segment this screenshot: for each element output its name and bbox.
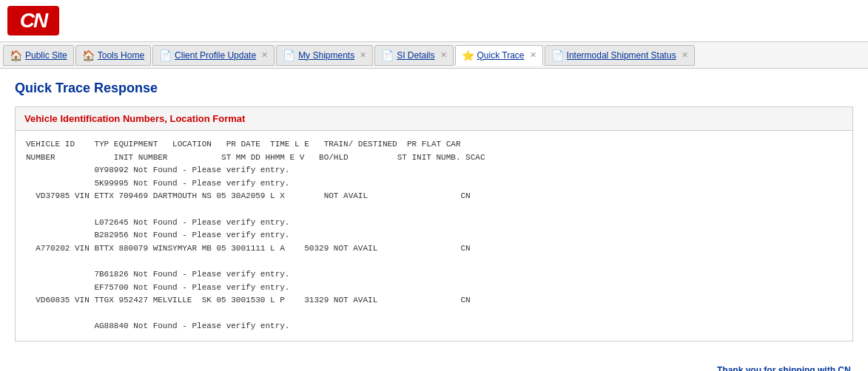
close-my-shipments-icon[interactable]: ✕	[360, 50, 366, 60]
tab-intermodal-label: Intermodal Shipment Status	[567, 50, 676, 61]
tab-client-profile-label: Client Profile Update	[175, 50, 256, 61]
tab-intermodal[interactable]: 📄 Intermodal Shipment Status ✕	[545, 45, 695, 66]
tab-my-shipments-label: My Shipments	[298, 50, 354, 61]
si-details-icon: 📄	[381, 50, 394, 61]
tab-quick-trace-label: Quick Trace	[477, 50, 525, 61]
logo-text: CN	[20, 9, 47, 33]
footer: Thank you for shipping with CN. For imme…	[0, 361, 868, 371]
close-intermodal-icon[interactable]: ✕	[682, 50, 688, 60]
cn-logo: CN	[7, 6, 59, 35]
response-box-body: VEHICLE ID TYP EQUIPMENT LOCATION PR DAT…	[16, 131, 852, 341]
tab-si-details[interactable]: 📄 SI Details ✕	[374, 45, 453, 66]
header: CN	[0, 0, 868, 42]
home-icon: 🏠	[10, 50, 22, 61]
tab-public-site-label: Public Site	[25, 50, 67, 61]
tab-si-details-label: SI Details	[397, 50, 434, 61]
intermodal-icon: 📄	[551, 50, 564, 61]
table-header: VEHICLE ID TYP EQUIPMENT LOCATION PR DAT…	[26, 138, 842, 164]
close-client-profile-icon[interactable]: ✕	[261, 50, 268, 60]
my-shipments-icon: 📄	[283, 50, 295, 61]
response-box-header: Vehicle Identification Numbers, Location…	[16, 107, 852, 131]
main-content: Quick Trace Response Vehicle Identificat…	[0, 69, 868, 353]
client-profile-icon: 📄	[159, 50, 172, 61]
response-box: Vehicle Identification Numbers, Location…	[15, 106, 853, 341]
table-data: 0Y98992 Not Found - Please verify entry.…	[26, 164, 842, 333]
tab-quick-trace[interactable]: ⭐ Quick Trace ✕	[455, 45, 543, 66]
tab-tools-home-label: Tools Home	[98, 50, 144, 61]
close-si-details-icon[interactable]: ✕	[440, 50, 447, 60]
thank-you-text: Thank you for shipping with CN.	[15, 365, 853, 371]
page-title: Quick Trace Response	[15, 81, 853, 96]
response-box-header-text: Vehicle Identification Numbers, Location…	[24, 113, 245, 124]
tab-my-shipments[interactable]: 📄 My Shipments ✕	[276, 45, 373, 66]
close-quick-trace-icon[interactable]: ✕	[530, 50, 536, 60]
tab-client-profile[interactable]: 📄 Client Profile Update ✕	[152, 45, 275, 66]
nav-tabs: 🏠 Public Site 🏠 Tools Home 📄 Client Prof…	[0, 42, 868, 69]
tools-icon: 🏠	[82, 50, 95, 61]
tab-public-site[interactable]: 🏠 Public Site	[3, 45, 74, 66]
quick-trace-icon: ⭐	[462, 50, 474, 61]
tab-tools-home[interactable]: 🏠 Tools Home	[75, 45, 151, 66]
